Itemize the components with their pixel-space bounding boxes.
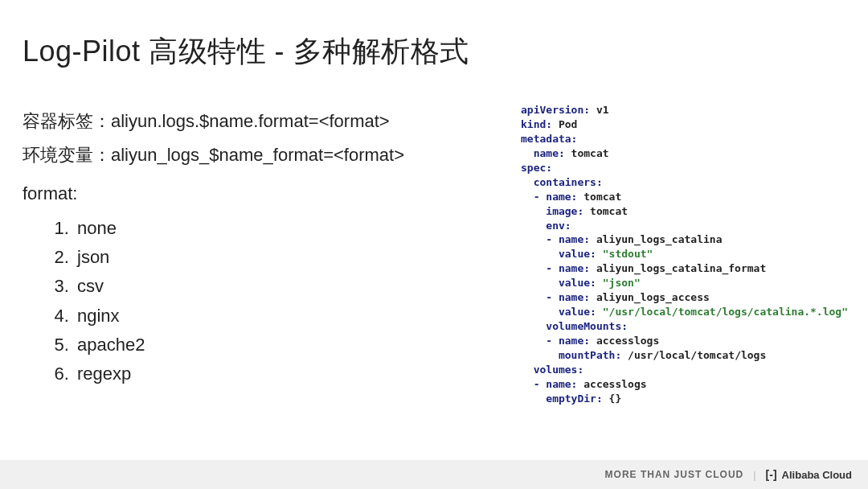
yaml-value: accesslogs [577,378,646,390]
yaml-key: emptyDir: [546,392,602,405]
yaml-key: metadata: [521,133,577,145]
yaml-key: apiVersion: [521,104,590,116]
yaml-value: tomcat [583,205,628,217]
yaml-value: tomcat [565,147,609,159]
brand: [-] Alibaba Cloud [766,468,852,481]
slide-title: Log-Pilot 高级特性 - 多种解析格式 [23,32,469,72]
yaml-snippet: apiVersion: v1 kind: Pod metadata: name:… [521,103,857,406]
yaml-value: Pod [552,118,577,130]
yaml-dash: - [534,191,547,203]
yaml-key: volumeMounts: [546,320,628,332]
yaml-key: env: [546,220,571,232]
slide: Log-Pilot 高级特性 - 多种解析格式 容器标签：aliyun.logs… [0,0,868,489]
list-item: apache2 [74,331,497,360]
yaml-key: value: [559,248,596,260]
yaml-key: value: [559,306,596,318]
yaml-key: name: [534,147,565,159]
yaml-key: spec: [521,162,552,174]
footer-separator: | [753,469,755,481]
footer-tagline: MORE THAN JUST CLOUD [605,469,744,480]
yaml-dash: - [546,291,559,303]
list-item: none [74,214,497,243]
brand-name: Alibaba Cloud [782,469,852,481]
yaml-dash: - [546,335,559,347]
yaml-key: name: [546,191,577,203]
brand-logo-icon: [-] [766,468,777,481]
left-column: 容器标签：aliyun.logs.$name.format=<format> 环… [23,108,497,388]
yaml-key: name: [559,233,590,245]
yaml-value: v1 [590,104,608,116]
yaml-value: aliyun_logs_access [590,291,710,303]
container-label-line: 容器标签：aliyun.logs.$name.format=<format> [23,108,497,135]
yaml-value: tomcat [577,191,621,203]
footer: MORE THAN JUST CLOUD | [-] Alibaba Cloud [0,460,868,489]
yaml-value: accesslogs [590,335,659,347]
yaml-string-value: "/usr/local/tomcat/logs/catalina.*.log" [596,306,848,318]
yaml-value: aliyun_logs_catalina [590,233,722,245]
list-item: csv [74,272,497,301]
env-var-line: 环境变量：aliyun_logs_$name_format=<format> [23,142,497,169]
yaml-key: name: [559,335,590,347]
format-label: format: [23,180,497,208]
yaml-key: mountPath: [559,349,621,361]
yaml-key: name: [546,378,577,390]
yaml-key: kind: [521,118,552,130]
list-item: json [74,243,497,272]
list-item: regexp [74,360,497,388]
yaml-dash: - [546,262,559,274]
yaml-value: {} [603,392,621,405]
yaml-value: /usr/local/tomcat/logs [621,349,766,361]
yaml-string-value: "stdout" [596,248,653,260]
yaml-dash: - [546,233,559,245]
yaml-key: name: [559,262,590,274]
yaml-value: aliyun_logs_catalina_format [590,262,766,274]
format-list: none json csv nginx apache2 regexp [74,214,497,388]
yaml-dash: - [534,378,547,390]
yaml-key: name: [559,291,590,303]
yaml-key: volumes: [534,364,584,376]
yaml-string-value: "json" [596,277,641,289]
yaml-key: value: [559,277,596,289]
yaml-key: containers: [534,176,603,188]
yaml-key: image: [546,205,583,217]
list-item: nginx [74,302,497,331]
